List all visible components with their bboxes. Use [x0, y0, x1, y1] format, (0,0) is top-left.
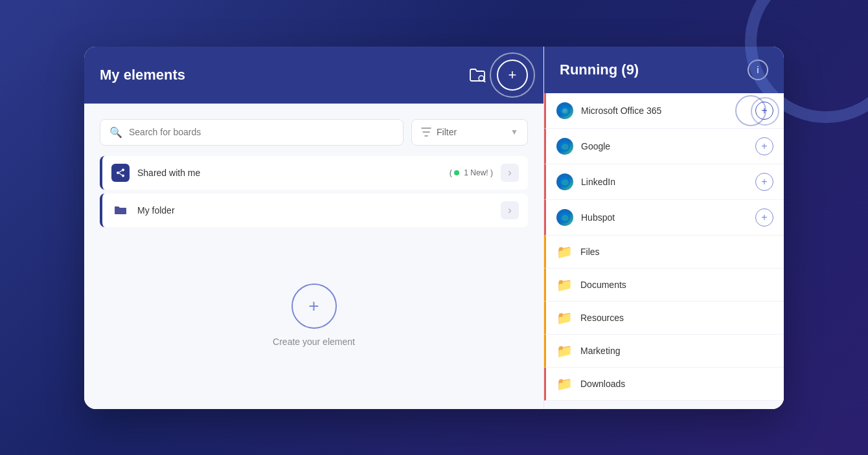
share-icon — [111, 164, 130, 182]
marketing-folder-icon: 📁 — [556, 343, 573, 359]
svg-point-8 — [563, 108, 567, 112]
resources-folder-icon: 📁 — [556, 310, 573, 326]
search-filter-row: 🔍 Filter ▼ — [100, 119, 528, 146]
running-item-marketing[interactable]: 📁 Marketing — [544, 335, 784, 368]
google-icon — [556, 138, 573, 155]
search-icon: 🔍 — [109, 126, 122, 139]
running-list: Microsoft Office 365 + Google + — [544, 93, 784, 409]
google-add-button[interactable]: + — [755, 137, 773, 155]
resources-label: Resources — [580, 313, 773, 323]
google-label: Google — [581, 141, 748, 151]
svg-line-1 — [483, 80, 485, 82]
right-panel: Running (9) i Microsoft Office 365 + — [544, 47, 784, 409]
running-title: Running (9) — [560, 61, 639, 78]
header-actions: + — [466, 60, 528, 91]
running-item-hubspot[interactable]: Hubspot + — [544, 200, 784, 236]
create-element-button[interactable]: + — [291, 283, 337, 329]
svg-point-2 — [122, 168, 124, 171]
chevron-right-folder-icon: › — [501, 201, 519, 219]
hubspot-add-button[interactable]: + — [755, 208, 773, 227]
search-input[interactable] — [129, 127, 394, 137]
running-item-documents[interactable]: 📁 Documents — [544, 269, 784, 302]
running-item-downloads[interactable]: 📁 Downloads — [544, 368, 784, 401]
ms365-add-button[interactable]: + — [755, 102, 773, 120]
list-item-shared[interactable]: Shared with me ( 1 New! ) › — [100, 156, 528, 190]
list-item-folder[interactable]: My folder › — [100, 194, 528, 227]
filter-label: Filter — [437, 127, 457, 137]
left-body: 🔍 Filter ▼ — [84, 104, 543, 409]
running-item-google[interactable]: Google + — [544, 129, 784, 164]
main-card: My elements + 🔍 — [84, 47, 784, 409]
files-folder-icon: 📁 — [556, 244, 573, 260]
list-items: Shared with me ( 1 New! ) › My folder › — [100, 156, 528, 227]
ms365-icon — [556, 102, 573, 119]
svg-point-4 — [122, 174, 124, 177]
running-item-files[interactable]: 📁 Files — [544, 236, 784, 269]
left-panel-title: My elements — [100, 67, 185, 83]
shared-with-me-label: Shared with me — [137, 168, 442, 178]
right-header: Running (9) i — [544, 47, 784, 93]
documents-label: Documents — [580, 280, 773, 290]
documents-folder-icon: 📁 — [556, 277, 573, 293]
info-button[interactable]: i — [748, 60, 768, 80]
downloads-label: Downloads — [580, 379, 773, 389]
left-panel: My elements + 🔍 — [84, 47, 544, 409]
linkedin-label: LinkedIn — [581, 177, 748, 187]
svg-point-3 — [117, 172, 119, 174]
chevron-down-icon: ▼ — [510, 128, 518, 137]
chevron-right-icon: › — [501, 164, 519, 182]
running-item-linkedin[interactable]: LinkedIn + — [544, 164, 784, 200]
linkedin-icon — [556, 173, 573, 190]
downloads-folder-icon: 📁 — [556, 376, 573, 392]
ms365-label: Microsoft Office 365 — [581, 105, 748, 116]
svg-line-5 — [119, 170, 122, 172]
marketing-label: Marketing — [580, 346, 773, 356]
svg-line-6 — [119, 173, 122, 175]
my-folder-label: My folder — [137, 205, 493, 216]
search-box[interactable]: 🔍 — [100, 119, 404, 146]
badge-dot — [454, 170, 459, 175]
running-item-resources[interactable]: 📁 Resources — [544, 302, 784, 335]
create-element-area: + Create your element — [100, 238, 528, 394]
hubspot-icon — [556, 209, 573, 226]
running-item-ms365[interactable]: Microsoft Office 365 + — [544, 93, 784, 129]
hubspot-label: Hubspot — [581, 212, 748, 223]
linkedin-add-button[interactable]: + — [755, 173, 773, 191]
left-header: My elements + — [84, 47, 543, 104]
create-element-label: Create your element — [273, 337, 355, 347]
new-badge: ( 1 New! ) — [450, 168, 493, 177]
add-element-button[interactable]: + — [497, 60, 528, 91]
folder-browse-icon[interactable] — [466, 63, 489, 87]
filter-dropdown[interactable]: Filter ▼ — [411, 119, 528, 146]
folder-icon — [111, 201, 130, 219]
files-label: Files — [580, 247, 773, 257]
